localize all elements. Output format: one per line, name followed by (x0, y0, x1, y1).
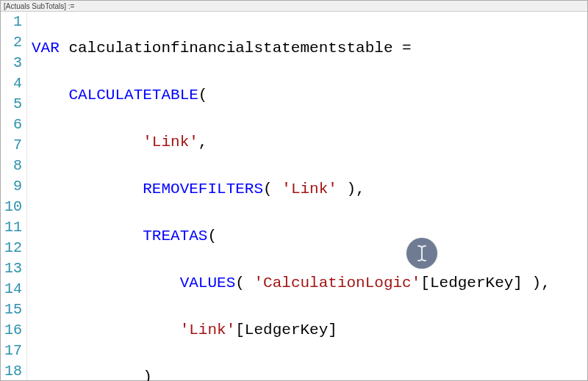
text-cursor-icon (406, 238, 437, 269)
line-number: 1 (1, 12, 22, 32)
code-area[interactable]: VAR calculationfinancialstatementstable … (27, 12, 587, 380)
code-line[interactable]: VALUES( 'CalculationLogic'[LedgerKey] ), (32, 273, 587, 294)
code-line[interactable]: REMOVEFILTERS( 'Link' ), (32, 179, 587, 200)
line-number: 17 (1, 341, 22, 361)
code-token: VALUES (180, 275, 236, 291)
code-token: = (402, 40, 412, 57)
code-token (32, 322, 180, 338)
code-token: VAR (32, 40, 60, 57)
line-number: 15 (1, 300, 22, 320)
code-token: , (198, 134, 208, 150)
code-token: ( (198, 87, 208, 104)
code-token: ), (337, 181, 365, 197)
code-line[interactable]: ) (32, 367, 587, 381)
code-token: CALCULATETABLE (68, 87, 198, 104)
line-number: 10 (1, 197, 22, 217)
line-number: 3 (1, 53, 22, 73)
code-token: 'Link' (282, 181, 337, 197)
code-line[interactable]: VAR calculationfinancialstatementstable … (32, 38, 587, 59)
code-token: ) (32, 369, 152, 381)
code-token: calculationfinancialstatementstable (60, 40, 402, 57)
code-token: 'Link' (180, 322, 236, 338)
line-number: 18 (1, 361, 22, 381)
code-token (32, 134, 143, 150)
code-token (32, 275, 180, 291)
title-text: [Actuals SubTotals] := (4, 2, 74, 10)
code-token (32, 228, 143, 244)
code-token: 'Link' (143, 134, 198, 150)
line-number: 14 (1, 279, 22, 300)
line-number-gutter: 1 2 3 4 5 6 7 8 9 10 11 12 13 14 15 16 1… (1, 12, 27, 380)
line-number: 16 (1, 320, 22, 341)
code-token: ( (263, 181, 282, 197)
code-token: ), (523, 275, 551, 291)
line-number: 4 (1, 73, 22, 94)
title-bar: [Actuals SubTotals] := (1, 1, 587, 12)
line-number: 5 (1, 94, 22, 115)
code-line[interactable]: 'Link', (32, 132, 587, 153)
code-line[interactable]: TREATAS( (32, 226, 587, 247)
code-token: REMOVEFILTERS (143, 181, 263, 197)
code-token: [LedgerKey] (420, 275, 523, 291)
code-token (32, 87, 68, 104)
line-number: 8 (1, 156, 22, 176)
code-token: 'CalculationLogic' (254, 275, 420, 291)
line-number: 6 (1, 115, 22, 135)
code-token: TREATAS (143, 228, 207, 244)
line-number: 9 (1, 176, 22, 197)
line-number: 12 (1, 238, 22, 258)
line-number: 11 (1, 217, 22, 238)
code-token: [LedgerKey] (235, 322, 337, 338)
editor-body: 1 2 3 4 5 6 7 8 9 10 11 12 13 14 15 16 1… (1, 12, 587, 380)
code-line[interactable]: CALCULATETABLE( (32, 85, 587, 106)
line-number: 7 (1, 135, 22, 156)
code-token (32, 181, 143, 197)
code-token: ( (235, 275, 254, 291)
code-line[interactable]: 'Link'[LedgerKey] (32, 320, 587, 341)
editor-window: [Actuals SubTotals] := 1 2 3 4 5 6 7 8 9… (0, 0, 588, 381)
line-number: 2 (1, 32, 22, 53)
code-token: ( (207, 228, 217, 244)
line-number: 13 (1, 258, 22, 279)
